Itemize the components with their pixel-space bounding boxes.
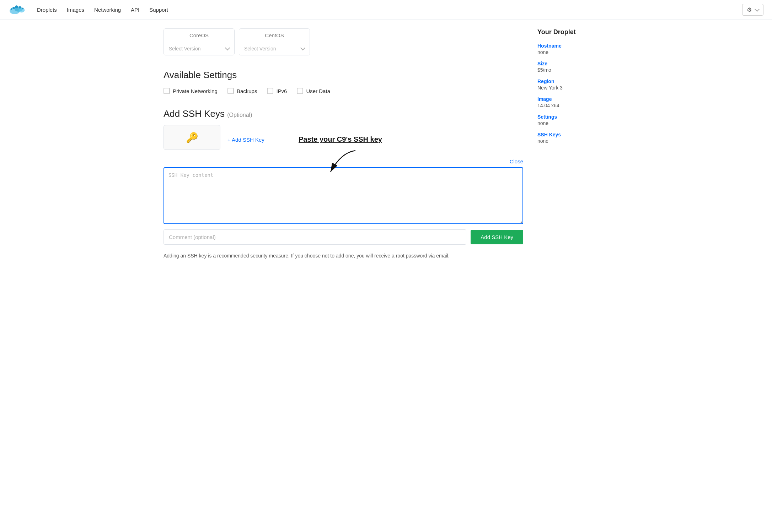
sidebar-size-label[interactable]: Size [537,61,609,66]
ssh-comment-input[interactable] [163,229,466,245]
ssh-key-card: 🔑 [163,125,220,150]
close-button[interactable]: Close [163,158,523,164]
private-networking-checkbox[interactable]: Private Networking [163,88,218,94]
available-settings-title: Available Settings [163,70,523,81]
user-data-label: User Data [306,88,330,94]
ipv6-label: IPv6 [276,88,287,94]
sidebar-item-hostname: Hostname none [537,43,609,55]
logo[interactable] [9,3,26,17]
key-icon: 🔑 [186,132,198,143]
svg-point-5 [15,5,18,8]
centos-name: CentOS [239,29,310,42]
sidebar-ssh-keys-value: none [537,138,548,144]
backups-checkbox[interactable]: Backups [227,88,257,94]
user-data-checkbox[interactable]: User Data [297,88,330,94]
ssh-optional-label: (Optional) [227,112,252,118]
available-settings-section: Available Settings Private Networking Ba… [163,70,523,94]
sidebar-size-value: $5/mo [537,67,551,73]
main-content: CoreOS Select Version CentOS Select Vers… [163,20,537,268]
ssh-bottom-row: Add SSH Key [163,229,523,245]
sidebar-item-size: Size $5/mo [537,61,609,73]
nav-images[interactable]: Images [67,7,84,13]
sidebar-image-value: 14.04 x64 [537,103,559,108]
ssh-keys-title: Add SSH Keys (Optional) [163,108,523,119]
svg-point-6 [19,6,21,8]
coreos-name: CoreOS [164,29,234,42]
user-data-input[interactable] [297,88,303,94]
ssh-key-textarea[interactable] [163,167,523,224]
add-ssh-key-button[interactable]: Add SSH Key [471,230,523,244]
coreos-version-select[interactable]: Select Version [164,42,234,55]
sidebar-item-image: Image 14.04 x64 [537,96,609,108]
chevron-down-icon [755,6,760,11]
backups-label: Backups [237,88,257,94]
private-networking-label: Private Networking [173,88,218,94]
sidebar-region-label[interactable]: Region [537,78,609,84]
sidebar-item-region: Region New York 3 [537,78,609,91]
sidebar-hostname-value: none [537,49,548,55]
ssh-keys-section: Add SSH Keys (Optional) 🔑 Add SSH Key Cl… [163,108,523,260]
sidebar-settings-label[interactable]: Settings [537,114,609,120]
nav-links: Droplets Images Networking API Support [37,7,742,13]
nav-api[interactable]: API [131,7,139,13]
svg-point-4 [12,7,15,9]
ipv6-checkbox[interactable]: IPv6 [267,88,287,94]
sidebar: Your Droplet Hostname none Size $5/mo Re… [537,20,609,268]
os-cards-row: CoreOS Select Version CentOS Select Vers… [163,28,523,55]
svg-point-7 [22,7,24,9]
svg-point-2 [18,8,25,12]
sidebar-hostname-label[interactable]: Hostname [537,43,609,49]
ssh-info-text: Adding an SSH key is a recommended secur… [163,252,469,260]
backups-input[interactable] [227,88,234,94]
navbar: Droplets Images Networking API Support ⚙ [0,0,772,20]
gear-icon: ⚙ [747,6,752,13]
centos-version-select[interactable]: Select Version [239,42,310,55]
centos-card: CentOS Select Version [239,28,310,55]
ssh-textarea-wrapper: Paste your C9's SSH key [163,167,523,225]
settings-button[interactable]: ⚙ [742,4,763,16]
sidebar-item-settings: Settings none [537,114,609,126]
ipv6-input[interactable] [267,88,273,94]
centos-version-label: Select Version [244,46,276,51]
sidebar-item-ssh-keys: SSH Keys none [537,132,609,144]
nav-droplets[interactable]: Droplets [37,7,57,13]
coreos-card: CoreOS Select Version [163,28,235,55]
chevron-down-icon [300,45,305,50]
sidebar-region-value: New York 3 [537,85,563,91]
add-ssh-key-link[interactable]: Add SSH Key [227,137,264,143]
nav-networking[interactable]: Networking [94,7,121,13]
settings-checkboxes: Private Networking Backups IPv6 User Dat… [163,88,523,94]
coreos-version-label: Select Version [169,46,201,51]
private-networking-input[interactable] [163,88,170,94]
nav-support[interactable]: Support [149,7,168,13]
sidebar-settings-value: none [537,120,548,126]
svg-point-3 [11,8,12,10]
chevron-down-icon [225,45,230,50]
sidebar-title: Your Droplet [537,28,609,36]
sidebar-ssh-keys-label[interactable]: SSH Keys [537,132,609,137]
sidebar-image-label[interactable]: Image [537,96,609,102]
annotation-label: Paste your C9's SSH key [299,135,382,143]
